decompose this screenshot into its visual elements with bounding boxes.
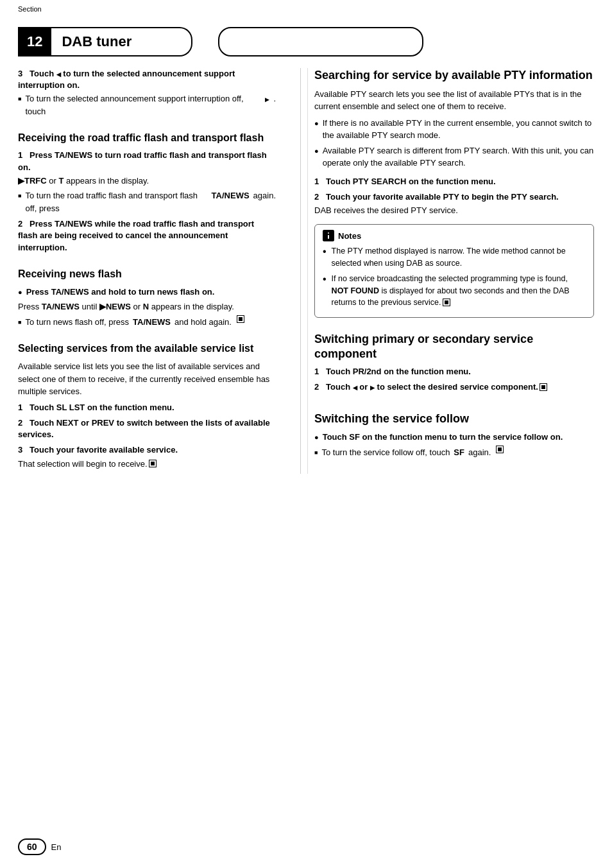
section2-heading: Receiving news flash — [18, 268, 276, 281]
section1-step1-body2: To turn the road traffic flash and trans… — [18, 189, 276, 214]
section3-step3-body: That selection will begin to receive. — [18, 458, 276, 471]
right-section2-step1: 1 Touch PR/2nd on the function menu. — [314, 366, 594, 378]
section3-step1: 1 Touch SL LST on the function menu. — [18, 402, 276, 413]
section3-step2: 2 Touch NEXT or PREV to switch between t… — [18, 417, 276, 440]
section1-step1-body1: ▶TRFC or T appears in the display. — [18, 175, 276, 187]
right-section1-bullet2: Available PTY search is different from P… — [314, 144, 594, 169]
column-divider — [300, 68, 301, 474]
footer: 60 En — [18, 838, 61, 855]
right-section3-heading: Switching the service follow — [314, 412, 594, 426]
section-label: Section — [18, 5, 594, 13]
right-section2-heading: Switching primary or secondary service c… — [314, 332, 594, 361]
end-icon-4 — [540, 383, 547, 391]
section-number: 12 — [18, 27, 51, 56]
right-section3-bullet: Touch SF on the function menu to turn th… — [314, 431, 594, 444]
end-icon-2 — [149, 460, 157, 467]
end-icon-5 — [496, 446, 504, 453]
notes-title: Notes — [323, 230, 586, 241]
right-section1-step1-header: 1 Touch PTY SEARCH on the function menu. — [314, 176, 594, 187]
section3-intro: Available service list lets you see the … — [18, 360, 276, 398]
section3-step3-header: 3 Touch your favorite available service. — [18, 444, 276, 456]
right-section1-heading: Searching for service by available PTY i… — [314, 68, 594, 83]
notes-icon — [323, 230, 334, 241]
section3-step2-header: 2 Touch NEXT or PREV to switch between t… — [18, 417, 276, 440]
right-section2-step2: 2 Touch or to select the desired service… — [314, 381, 594, 393]
right-section1-step2-body: DAB receives the desired PTY service. — [314, 204, 594, 217]
section2-step1-body1: Press TA/NEWS until ▶NEWS or N appears i… — [18, 300, 276, 313]
footer-lang: En — [51, 842, 62, 852]
page: Section 12 DAB tuner 3 Touch to turn the… — [0, 0, 612, 868]
section3-heading: Selecting services from the available se… — [18, 342, 276, 355]
right-section2-step1-header: 1 Touch PR/2nd on the function menu. — [314, 366, 594, 378]
section2-step1-body2: To turn news flash off, press TA/NEWS an… — [18, 316, 276, 329]
section2-step1-header: Press TA/NEWS and hold to turn news flas… — [18, 286, 276, 299]
end-icon-3 — [443, 299, 450, 306]
right-section1-step2-header: 2 Touch your favorite available PTY to b… — [314, 191, 594, 203]
section3-step3: 3 Touch your favorite available service.… — [18, 444, 276, 470]
section1-step1: 1 Press TA/NEWS to turn road traffic fla… — [18, 150, 276, 214]
right-section1-step1: 1 Touch PTY SEARCH on the function menu. — [314, 176, 594, 187]
page-title: DAB tuner — [51, 27, 192, 56]
page-number: 60 — [18, 838, 46, 855]
right-section2-step2-header: 2 Touch or to select the desired service… — [314, 381, 594, 393]
intro-step3: 3 Touch to turn the selected announcemen… — [18, 68, 276, 117]
notes-box: Notes The PTY method displayed is narrow… — [314, 224, 594, 318]
main-content: 3 Touch to turn the selected announcemen… — [0, 68, 612, 474]
section1-heading: Receiving the road traffic flash and tra… — [18, 132, 276, 144]
intro-step3-header: 3 Touch to turn the selected announcemen… — [18, 68, 276, 91]
right-section3-body: To turn the service follow off, touch SF… — [314, 446, 594, 459]
notes-note1: The PTY method displayed is narrow. The … — [323, 245, 586, 270]
right-section1-bullet1: If there is no available PTY in the curr… — [314, 117, 594, 142]
section1-step2-header: 2 Press TA/NEWS while the road traffic f… — [18, 218, 276, 254]
section1-step2: 2 Press TA/NEWS while the road traffic f… — [18, 218, 276, 254]
notes-note2: If no service broadcasting the selected … — [323, 273, 586, 309]
section3-step1-header: 1 Touch SL LST on the function menu. — [18, 402, 276, 413]
right-section1-intro: Available PTY search lets you see the li… — [314, 88, 594, 113]
intro-step3-body: To turn the selected announcement suppor… — [18, 92, 276, 117]
section1-step1-header: 1 Press TA/NEWS to turn road traffic fla… — [18, 150, 276, 173]
left-column: 3 Touch to turn the selected announcemen… — [18, 68, 294, 474]
right-section1-step2: 2 Touch your favorite available PTY to b… — [314, 191, 594, 217]
right-column: Searching for service by available PTY i… — [307, 68, 594, 474]
header-right-box — [218, 27, 423, 56]
end-icon-1 — [237, 315, 244, 323]
